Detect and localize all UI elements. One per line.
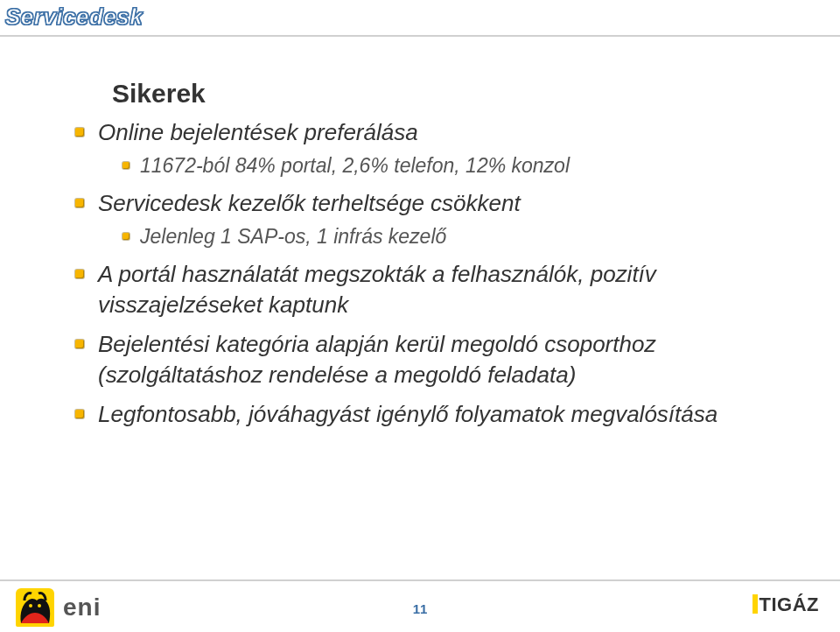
bullet-text: Online bejelentések preferálása (98, 119, 418, 145)
sub-bullet-item: 11672-ból 84% portal, 2,6% telefon, 12% … (98, 153, 788, 179)
svg-point-1 (38, 604, 41, 607)
sub-bullet-list: 11672-ból 84% portal, 2,6% telefon, 12% … (98, 153, 788, 179)
section-title: Sikerek (112, 79, 788, 109)
tigaz-bar-icon (752, 594, 758, 614)
bullet-list: Online bejelentések preferálása 11672-bó… (70, 117, 788, 430)
page-number: 11 (413, 601, 428, 616)
eni-dog-icon (16, 588, 54, 627)
tigaz-brand-text: TIGÁZ (760, 593, 820, 616)
bullet-text: Servicedesk kezelők terheltsége csökkent (98, 190, 521, 216)
tigaz-logo: TIGÁZ (752, 592, 820, 616)
sub-bullet-list: Jelenleg 1 SAP-os, 1 infrás kezelő (98, 224, 788, 250)
bullet-item: Online bejelentések preferálása 11672-bó… (70, 117, 788, 179)
eni-brand-text: eni (63, 593, 101, 621)
slide: Servicedesk Sikerek Online bejelentések … (0, 0, 840, 632)
header-divider (0, 35, 840, 37)
bullet-item: Bejelentési kategória alapján kerül mego… (70, 329, 788, 390)
footer-divider (0, 579, 840, 581)
bullet-item: Servicedesk kezelők terheltsége csökkent… (70, 188, 788, 250)
bullet-item: A portál használatát megszokták a felhas… (70, 259, 788, 320)
svg-point-0 (29, 604, 32, 607)
slide-content: Sikerek Online bejelentések preferálása … (70, 79, 788, 439)
dog-icon (16, 588, 54, 627)
sub-bullet-item: Jelenleg 1 SAP-os, 1 infrás kezelő (98, 224, 788, 250)
slide-header-title: Servicedesk (5, 4, 143, 31)
eni-logo: eni (16, 588, 101, 627)
bullet-item: Legfontosabb, jóváhagyást igénylő folyam… (70, 399, 788, 430)
